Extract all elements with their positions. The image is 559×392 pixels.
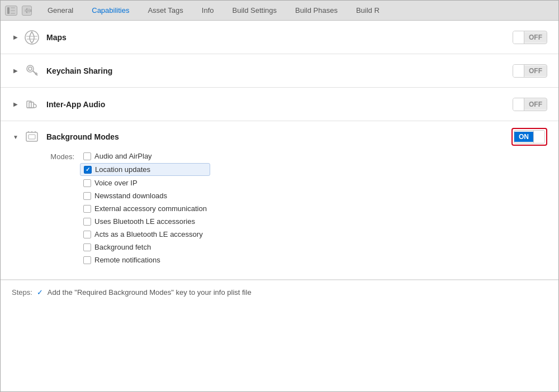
svg-rect-2 [11, 10, 15, 11]
mode-external-accessory[interactable]: External accessory communication [80, 203, 210, 214]
tab-capabilities[interactable]: Capabilities [83, 1, 139, 21]
tab-build-phases[interactable]: Build Phases [286, 1, 347, 21]
capability-header-audio: Inter-App Audio OFF [12, 95, 547, 113]
checkbox-background-fetch[interactable] [83, 243, 91, 251]
capability-row-audio: Inter-App Audio OFF [1, 88, 558, 121]
window-controls [5, 6, 32, 16]
mode-audio-airplay[interactable]: Audio and AirPlay [80, 150, 210, 162]
expand-arrow-maps[interactable] [12, 34, 20, 41]
steps-text: Add the "Required Background Modes" key … [48, 288, 252, 297]
mode-label-bluetooth-le-accessory: Acts as a Bluetooth LE accessory [94, 230, 203, 238]
mode-label-location-updates: Location updates [95, 165, 150, 174]
svg-rect-17 [26, 132, 37, 141]
modes-label: Modes: [41, 150, 74, 161]
tab-info[interactable]: Info [193, 1, 224, 21]
svg-line-12 [35, 74, 36, 75]
audio-toggle-thumb [513, 98, 524, 111]
audio-icon [23, 95, 41, 113]
mode-label-background-fetch: Background fetch [94, 243, 151, 251]
tab-general[interactable]: General [39, 1, 83, 21]
maps-toggle-label: OFF [524, 32, 547, 42]
maps-toggle[interactable]: OFF [513, 31, 547, 44]
checkbox-location-updates[interactable] [84, 166, 92, 174]
checkbox-newsstand-downloads[interactable] [83, 192, 91, 200]
capability-header-bgmodes: Background Modes ON [12, 128, 547, 146]
audio-name: Inter-App Audio [46, 100, 513, 109]
mode-newsstand-downloads[interactable]: Newsstand downloads [80, 190, 210, 202]
checkbox-bluetooth-le[interactable] [83, 218, 91, 226]
xcode-window: General Capabilities Asset Tags Info Bui… [0, 0, 559, 392]
bgmodes-toggle-highlighted[interactable]: ON [511, 128, 547, 146]
mode-label-voice-over-ip: Voice over IP [94, 179, 138, 187]
capability-row-keychain: Keychain Sharing OFF [1, 54, 558, 88]
expand-arrow-bgmodes[interactable] [12, 133, 20, 141]
maps-toggle-thumb [513, 31, 524, 44]
maps-name: Maps [46, 33, 513, 42]
bgmodes-toggle-inner: ON [514, 130, 545, 144]
mode-bluetooth-le[interactable]: Uses Bluetooth LE accessories [80, 216, 210, 227]
svg-rect-0 [7, 7, 10, 14]
modes-section: Modes: Audio and AirPlay Location update… [12, 146, 547, 273]
bgmodes-toggle-thumb [533, 130, 544, 144]
keychain-toggle-thumb [513, 65, 524, 77]
checkbox-external-accessory[interactable] [83, 205, 91, 213]
checkbox-bluetooth-le-accessory[interactable] [83, 231, 91, 238]
keychain-icon [23, 62, 41, 80]
steps-checkmark: ✓ [37, 288, 43, 297]
checkbox-voice-over-ip[interactable] [83, 179, 91, 187]
tab-build-r[interactable]: Build R [347, 1, 389, 21]
mode-label-newsstand-downloads: Newsstand downloads [94, 192, 167, 200]
capability-header-maps: Maps OFF [12, 28, 547, 46]
mode-label-external-accessory: External accessory communication [94, 204, 207, 213]
tab-bar: General Capabilities Asset Tags Info Bui… [1, 1, 558, 21]
keychain-name: Keychain Sharing [46, 66, 513, 75]
keychain-toggle-label: OFF [524, 66, 547, 76]
tab-build-settings[interactable]: Build Settings [224, 1, 287, 21]
svg-rect-3 [11, 13, 15, 14]
svg-point-6 [25, 31, 39, 44]
svg-marker-5 [25, 8, 31, 13]
checkbox-remote-notifications[interactable] [83, 256, 91, 264]
expand-arrow-keychain[interactable] [12, 67, 20, 75]
bgmodes-toggle-on-label: ON [514, 132, 533, 142]
modes-list: Audio and AirPlay Location updates Voice… [80, 150, 210, 266]
steps-section: Steps: ✓ Add the "Required Background Mo… [1, 280, 558, 304]
tab-asset-tags[interactable]: Asset Tags [139, 1, 192, 21]
audio-toggle[interactable]: OFF [513, 98, 547, 111]
capability-row-maps: Maps OFF [1, 21, 558, 54]
capability-row-background-modes: Background Modes ON Modes: Audio and Air [1, 121, 558, 280]
nav-back-button[interactable] [22, 6, 32, 16]
svg-point-9 [27, 65, 34, 72]
keychain-toggle[interactable]: OFF [513, 64, 547, 78]
audio-toggle-label: OFF [524, 99, 547, 109]
mode-voice-over-ip[interactable]: Voice over IP [80, 177, 210, 189]
steps-label: Steps: [12, 288, 32, 297]
svg-rect-1 [11, 7, 15, 8]
expand-arrow-audio[interactable] [12, 101, 20, 108]
modes-wrapper: Modes: Audio and AirPlay Location update… [41, 150, 547, 266]
bgmodes-icon [23, 128, 41, 146]
capability-header-keychain: Keychain Sharing OFF [12, 62, 547, 80]
mode-location-updates[interactable]: Location updates [80, 163, 210, 176]
maps-icon [23, 28, 41, 46]
mode-remote-notifications[interactable]: Remote notifications [80, 254, 210, 266]
checkbox-audio-airplay[interactable] [83, 152, 91, 160]
sidebar-toggle-button[interactable] [5, 6, 17, 16]
mode-bluetooth-le-accessory[interactable]: Acts as a Bluetooth LE accessory [80, 228, 210, 240]
svg-point-10 [29, 67, 32, 70]
capabilities-content: Maps OFF [1, 21, 558, 391]
mode-label-bluetooth-le: Uses Bluetooth LE accessories [94, 217, 195, 226]
mode-label-audio-airplay: Audio and AirPlay [94, 152, 152, 160]
svg-rect-18 [29, 135, 35, 139]
mode-background-fetch[interactable]: Background fetch [80, 241, 210, 253]
mode-label-remote-notifications: Remote notifications [94, 256, 160, 264]
bgmodes-name: Background Modes [46, 132, 511, 141]
